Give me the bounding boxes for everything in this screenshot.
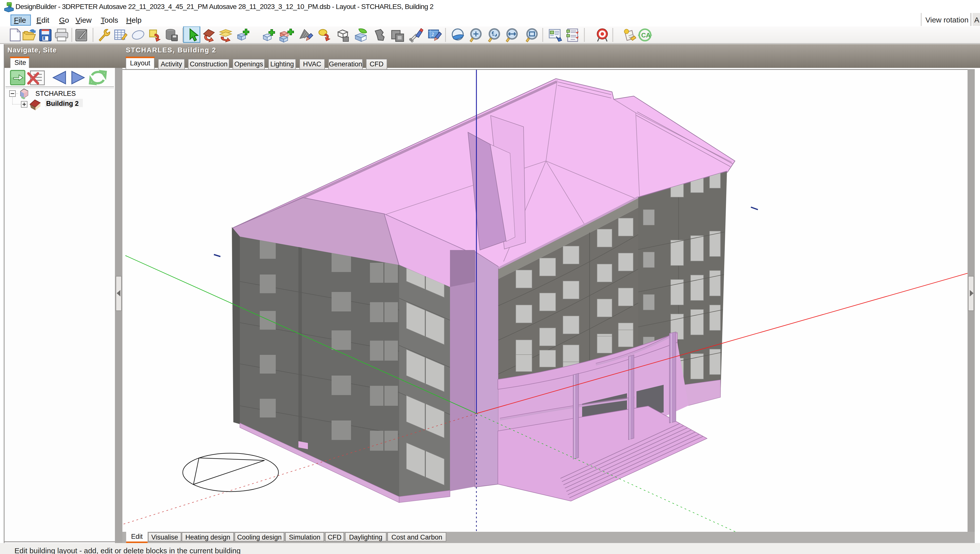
svg-text:2: 2 [431,32,434,37]
svg-text:STCHARLES: STCHARLES [35,90,76,97]
svg-text:CA: CA [641,32,651,39]
svg-text:⇅: ⇅ [492,32,495,37]
svg-text:Building 2: Building 2 [46,100,79,107]
